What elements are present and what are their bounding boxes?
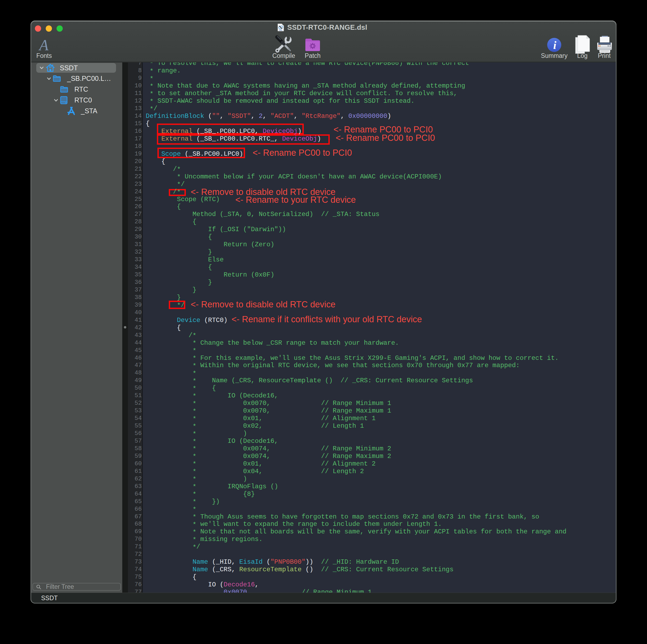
svg-text:i: i xyxy=(553,39,556,51)
svg-text:DSL: DSL xyxy=(279,29,282,31)
